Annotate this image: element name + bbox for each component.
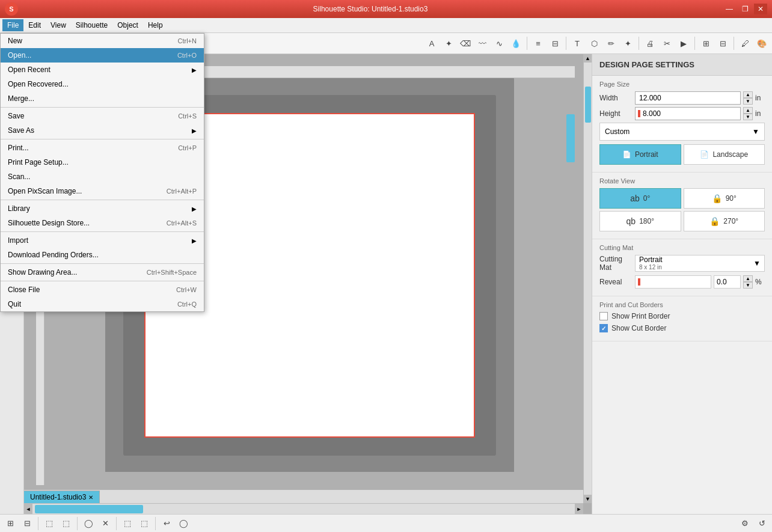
tool-shape[interactable]: ⬡: [586, 35, 602, 51]
reveal-input[interactable]: [635, 275, 711, 289]
tool-text[interactable]: T: [569, 35, 585, 51]
width-spinner[interactable]: ▲ ▼: [743, 91, 753, 105]
menu-library[interactable]: Library ▶: [1, 201, 204, 216]
reveal-down[interactable]: ▼: [743, 282, 753, 289]
menu-print[interactable]: Print... Ctrl+P: [1, 141, 204, 155]
tool-cut[interactable]: ✂: [659, 35, 675, 51]
menu-help[interactable]: Help: [143, 19, 168, 31]
bottom-tool-flip-h[interactable]: ↩: [159, 516, 174, 531]
tool-spiral[interactable]: 〰: [474, 35, 490, 51]
menu-scan[interactable]: Scan...: [1, 170, 204, 184]
reveal-up[interactable]: ▲: [743, 275, 753, 282]
menu-object[interactable]: Object: [112, 19, 143, 31]
menu-merge[interactable]: Merge...: [1, 91, 204, 106]
horizontal-scrollbar[interactable]: ◄ ►: [24, 503, 583, 514]
scroll-up-btn[interactable]: ▲: [584, 54, 592, 63]
rotate-180-btn[interactable]: qb 180°: [599, 211, 681, 231]
vertical-scrollbar[interactable]: ▲ ▼: [583, 54, 592, 503]
tool-table[interactable]: ⊟: [715, 35, 731, 51]
tool-eyedrop[interactable]: 💧: [508, 35, 524, 51]
tool-glitter[interactable]: ✦: [620, 35, 636, 51]
bottom-tool-refresh[interactable]: ↺: [754, 516, 770, 531]
menu-save[interactable]: Save Ctrl+S: [1, 109, 204, 123]
cutting-mat-select[interactable]: Portrait 8 x 12 in ▼: [635, 255, 765, 272]
height-input[interactable]: 8.000: [635, 107, 741, 120]
bottom-tool-duplicate2[interactable]: ⬚: [58, 516, 74, 531]
bottom-tool-undo[interactable]: ⬚: [120, 516, 135, 531]
show-cut-border-label: Show Cut Border: [611, 324, 666, 332]
window-title: Silhouette Studio: Untitled-1.studio3: [18, 5, 723, 13]
portrait-button[interactable]: 📄 Portrait: [599, 144, 681, 165]
tool-warp[interactable]: ∿: [491, 35, 507, 51]
page-size-section: Page Size Width 12.000 ▲ ▼ in Height 8.0…: [592, 76, 772, 173]
landscape-label: Landscape: [712, 150, 748, 159]
landscape-button[interactable]: 📄 Landscape: [684, 144, 765, 165]
height-down[interactable]: ▼: [743, 114, 753, 120]
menu-file[interactable]: File: [2, 19, 23, 31]
tool-align[interactable]: ≡: [530, 35, 546, 51]
menu-silhouette[interactable]: Silhouette: [71, 19, 112, 31]
reveal-value-input[interactable]: 0.0: [714, 275, 741, 289]
bottom-tool-redo[interactable]: ⬚: [136, 516, 152, 531]
tool-select[interactable]: A: [424, 35, 440, 51]
rotate-90-btn[interactable]: 🔒 90°: [684, 188, 765, 209]
width-down[interactable]: ▼: [743, 98, 753, 105]
preset-dropdown[interactable]: Custom ▼: [599, 123, 765, 141]
bottom-tool-duplicate[interactable]: ⬚: [41, 516, 57, 531]
minimize-button[interactable]: —: [723, 4, 736, 14]
menu-view[interactable]: View: [46, 19, 71, 31]
width-input[interactable]: 12.000: [635, 91, 741, 105]
menu-new[interactable]: New Ctrl+N: [1, 34, 204, 48]
rotate-90-icon: 🔒: [712, 194, 722, 203]
menu-quit[interactable]: Quit Ctrl+Q: [1, 297, 204, 311]
tool-grid[interactable]: ⊞: [698, 35, 714, 51]
menu-show-drawing[interactable]: Show Drawing Area... Ctrl+Shift+Space: [1, 265, 204, 280]
bottom-tool-delete[interactable]: ✕: [97, 516, 113, 531]
bottom-tools-left: ⊞ ⊟ ⬚ ⬚ ◯ ✕ ⬚ ⬚ ↩ ◯: [2, 516, 191, 531]
menu-edit[interactable]: Edit: [23, 19, 46, 31]
scroll-right-btn[interactable]: ►: [575, 504, 583, 515]
tool-send[interactable]: ▶: [676, 35, 691, 51]
rotate-180-icon: qb: [626, 216, 636, 226]
menu-download-pending[interactable]: Download Pending Orders...: [1, 248, 204, 262]
horizontal-scroll-thumb[interactable]: [35, 505, 143, 513]
bottom-tool-circle[interactable]: ◯: [81, 516, 96, 531]
bottom-tool-settings[interactable]: ⚙: [737, 516, 753, 531]
menu-open-recovered[interactable]: Open Recovered...: [1, 77, 204, 91]
scroll-down-btn[interactable]: ▼: [584, 495, 592, 503]
scroll-left-btn[interactable]: ◄: [24, 504, 32, 515]
menu-import[interactable]: Import ▶: [1, 233, 204, 248]
rotate-0-btn[interactable]: ab 0°: [599, 188, 681, 209]
menu-open-pixscan[interactable]: Open PixScan Image... Ctrl+Alt+P: [1, 184, 204, 198]
tool-print[interactable]: 🖨: [642, 35, 658, 51]
right-scroll-handle[interactable]: [566, 114, 575, 162]
bottom-tool-ungroup[interactable]: ⊟: [19, 516, 35, 531]
menu-open[interactable]: Open... Ctrl+O: [1, 48, 204, 63]
height-unit: in: [755, 109, 765, 118]
menu-close-file[interactable]: Close File Ctrl+W: [1, 283, 204, 297]
tool-sketch[interactable]: ✏: [603, 35, 619, 51]
tab-close-icon[interactable]: ✕: [88, 494, 93, 501]
rotate-270-btn[interactable]: 🔒 270°: [684, 211, 765, 231]
tool-fill[interactable]: 🎨: [754, 35, 770, 51]
height-spinner[interactable]: ▲ ▼: [743, 107, 753, 120]
tool-node[interactable]: ✦: [441, 35, 456, 51]
bottom-tool-group[interactable]: ⊞: [2, 516, 18, 531]
bottom-tool-flip-v[interactable]: ◯: [176, 516, 191, 531]
show-print-border-checkbox[interactable]: [599, 312, 608, 320]
height-up[interactable]: ▲: [743, 107, 753, 114]
menu-open-recent[interactable]: Open Recent ▶: [1, 63, 204, 77]
vertical-scroll-thumb[interactable]: [585, 87, 591, 123]
tool-distribute[interactable]: ⊟: [547, 35, 563, 51]
close-button[interactable]: ✕: [754, 4, 767, 14]
reveal-spinner[interactable]: ▲ ▼: [743, 275, 753, 289]
menu-print-setup[interactable]: Print Page Setup...: [1, 155, 204, 170]
document-tab[interactable]: Untitled-1.studio3 ✕: [24, 491, 100, 503]
menu-save-as[interactable]: Save As ▶: [1, 123, 204, 138]
menu-design-store[interactable]: Silhouette Design Store... Ctrl+Alt+S: [1, 216, 204, 230]
width-up[interactable]: ▲: [743, 91, 753, 98]
restore-button[interactable]: ❐: [738, 4, 752, 14]
tool-eraser[interactable]: ⌫: [458, 35, 473, 51]
show-cut-border-checkbox[interactable]: ✓: [599, 324, 608, 332]
tool-pen[interactable]: 🖊: [737, 35, 753, 51]
